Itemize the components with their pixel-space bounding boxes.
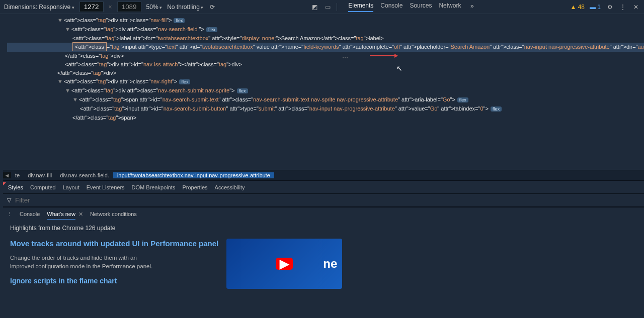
dom-tree-row[interactable]: ▼<attr">class="tag">div attr">class="nav…: [7, 25, 644, 34]
throttling-dropdown[interactable]: No throttling: [167, 4, 203, 11]
tab-layout[interactable]: Layout: [63, 184, 79, 190]
dom-tree-row[interactable]: </attr">class="tag">div>: [7, 69, 644, 77]
crumb-scroll-left-icon[interactable]: ◄: [3, 172, 11, 178]
breadcrumb-item[interactable]: te: [11, 172, 24, 178]
drawer-tab-console[interactable]: Console: [20, 211, 40, 217]
whatsnew-feature-title: Move tracks around with updated UI in Pe…: [10, 239, 218, 249]
more-tabs-icon[interactable]: »: [468, 2, 476, 10]
tab-computed[interactable]: Computed: [30, 184, 56, 190]
zoom-dropdown[interactable]: 50%: [146, 4, 163, 11]
warnings-badge[interactable]: ▲ 48: [570, 4, 585, 11]
dom-tree-row[interactable]: ▼<attr">class="tag">span attr">id="nav-s…: [7, 95, 644, 104]
whatsnew-panel: Highlights from the Chrome 126 update Mo…: [3, 221, 644, 318]
dom-tree-row[interactable]: <attr">class="tag">input attr">type="tex…: [7, 43, 644, 52]
tab-accessibility[interactable]: Accessibility: [215, 184, 245, 190]
elements-dom-tree[interactable]: ▼<attr">class="tag">div attr">class="nav…: [3, 14, 644, 170]
tab-styles[interactable]: Styles: [8, 184, 23, 190]
tab-console[interactable]: Console: [380, 2, 403, 12]
close-whatsnew-icon[interactable]: ✕: [78, 211, 83, 218]
device-width-input[interactable]: [79, 2, 104, 12]
breadcrumb-item[interactable]: div.nav-search-field.: [56, 172, 113, 178]
inspect-element-icon[interactable]: ◩: [310, 3, 318, 11]
dom-tree-row[interactable]: ▼<attr">class="tag">div attr">class="nav…: [7, 16, 644, 25]
filter-icon: ▽: [7, 197, 11, 203]
devtools-main: ▼<attr">class="tag">div attr">class="nav…: [3, 14, 644, 318]
dom-breadcrumb: ◄ te div.nav-fill div.nav-search-field. …: [3, 170, 644, 181]
styles-filter-row: ▽ :hov .cls ＋ ▥ ▭ ⇅: [3, 194, 644, 207]
tab-properties[interactable]: Properties: [182, 184, 207, 190]
whatsnew-feature-body: Change the order of tracks and hide them…: [10, 254, 161, 271]
styles-filter-input[interactable]: [15, 196, 644, 204]
drawer-tab-bar: ⋮ Console What's new ✕ Network condition…: [3, 207, 644, 221]
breadcrumb-item-selected[interactable]: input#twotabsearchtextbox.nav-input.nav-…: [113, 172, 274, 178]
play-icon: ▶: [276, 258, 293, 270]
tab-dom-breakpoints[interactable]: DOM Breakpoints: [132, 184, 176, 190]
error-indicator-icon: [3, 182, 6, 185]
device-height-input[interactable]: [117, 2, 141, 12]
dom-tree-row[interactable]: </attr">class="tag">span>: [7, 114, 644, 122]
dom-tree-row[interactable]: ▼<attr">class="tag">div attr">class="nav…: [7, 86, 644, 95]
tab-network[interactable]: Network: [439, 2, 461, 12]
whatsnew-feature2-title: Ignore scripts in the flame chart: [10, 277, 218, 285]
devtools-top-bar: Dimensions: Responsive × 50% No throttli…: [0, 0, 644, 14]
dom-tree-row[interactable]: <attr">class="tag">div attr">id="nav-iss…: [7, 60, 644, 69]
devtools-panel-tabs: Elements Console Sources Network »: [348, 2, 476, 12]
settings-gear-icon[interactable]: ⚙: [606, 3, 614, 11]
dom-tree-row[interactable]: <attr">class="tag">input attr">id="nav-s…: [7, 104, 644, 114]
devtools-drawer: ⋮ Console What's new ✕ Network condition…: [3, 207, 644, 318]
dom-tree-row[interactable]: ▼<attr">class="tag">div attr">class="nav…: [7, 77, 644, 86]
drawer-menu-icon[interactable]: ⋮: [7, 211, 13, 218]
drawer-tab-whatsnew[interactable]: What's new: [47, 211, 75, 217]
dom-tree-row[interactable]: </attr">class="tag">div>: [7, 52, 644, 60]
tree-overflow-icon[interactable]: ⋯: [342, 54, 348, 61]
drawer-tab-networkcond[interactable]: Network conditions: [90, 211, 137, 217]
tab-elements[interactable]: Elements: [348, 2, 373, 12]
whatsnew-subtitle: Highlights from the Chrome 126 update: [10, 225, 644, 232]
tab-sources[interactable]: Sources: [410, 2, 432, 12]
kebab-menu-icon[interactable]: ⋮: [619, 3, 627, 11]
styles-tab-bar: Styles Computed Layout Event Listeners D…: [3, 181, 644, 194]
dimension-separator: ×: [109, 4, 112, 11]
annotation-arrow: [370, 55, 397, 56]
close-devtools-icon[interactable]: ✕: [632, 3, 640, 11]
info-badge[interactable]: ▬ 1: [590, 4, 601, 11]
whatsnew-video-thumb[interactable]: ▶ ne: [226, 239, 342, 289]
rotate-icon[interactable]: ⟳: [208, 3, 216, 11]
breadcrumb-item[interactable]: div.nav-fill: [24, 172, 56, 178]
dimensions-dropdown[interactable]: Dimensions: Responsive: [4, 4, 74, 11]
dom-tree-row[interactable]: <attr">class="tag">label attr">for="twot…: [7, 34, 644, 43]
device-toggle-icon[interactable]: ▭: [324, 3, 332, 11]
tab-event-listeners[interactable]: Event Listeners: [87, 184, 125, 190]
